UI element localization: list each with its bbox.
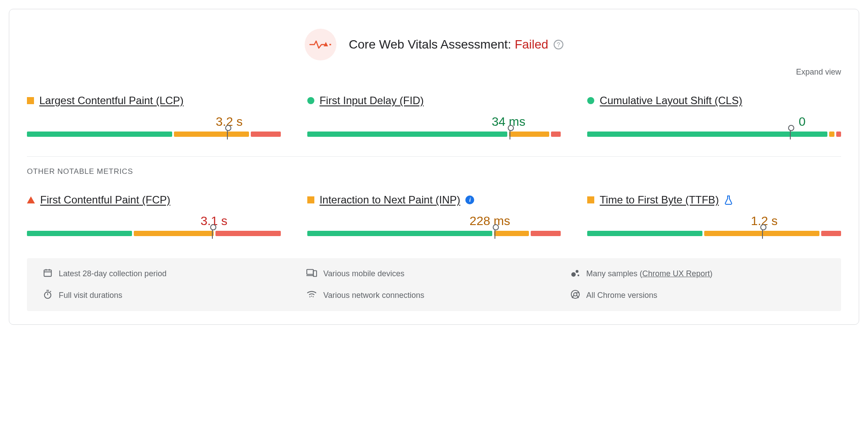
metric-bar-cls bbox=[587, 132, 841, 137]
status-triangle-red bbox=[27, 196, 35, 203]
metric-name-ttfb[interactable]: Time to First Byte (TTFB) bbox=[600, 194, 719, 206]
assessment-status: Failed bbox=[515, 38, 548, 51]
metric-marker-lcp bbox=[227, 129, 228, 139]
metric-value-inp: 228 ms bbox=[307, 214, 561, 228]
svg-rect-6 bbox=[307, 270, 313, 274]
help-icon[interactable]: ? bbox=[554, 40, 563, 49]
collection-details: Latest 28-day collection periodVarious m… bbox=[27, 258, 841, 311]
metric-value-cls: 0 bbox=[587, 115, 841, 129]
other-metrics-row: First Contentful Paint (FCP)3.1 sInterac… bbox=[27, 194, 841, 236]
svg-point-9 bbox=[571, 272, 576, 277]
calendar-icon bbox=[43, 268, 53, 280]
timer-icon bbox=[43, 289, 53, 301]
metric-bar-fcp bbox=[27, 231, 281, 236]
metric-name-inp[interactable]: Interaction to Next Paint (INP) bbox=[320, 194, 460, 206]
metric-marker-ttfb bbox=[762, 228, 763, 239]
cwv-panel: Core Web Vitals Assessment: Failed ? Exp… bbox=[9, 9, 859, 325]
footer-text: Latest 28-day collection period bbox=[59, 269, 166, 278]
metric-inp: Interaction to Next Paint (INP)i228 ms bbox=[307, 194, 561, 236]
footer-item-devices: Various mobile devices bbox=[306, 268, 561, 280]
metric-value-fcp: 3.1 s bbox=[27, 214, 281, 228]
metric-value-ttfb: 1.2 s bbox=[587, 214, 841, 228]
metric-cls: Cumulative Layout Shift (CLS)0 bbox=[587, 94, 841, 137]
svg-rect-2 bbox=[44, 270, 52, 277]
svg-point-10 bbox=[575, 270, 578, 273]
metric-name-lcp[interactable]: Largest Contentful Paint (LCP) bbox=[39, 94, 184, 107]
info-icon[interactable]: i bbox=[465, 195, 474, 204]
svg-rect-8 bbox=[313, 271, 317, 276]
crux-link[interactable]: Chrome UX Report bbox=[642, 269, 710, 278]
svg-rect-1 bbox=[329, 44, 331, 45]
metric-marker-fid bbox=[509, 129, 510, 139]
metric-fid: First Input Delay (FID)34 ms bbox=[307, 94, 561, 137]
svg-point-11 bbox=[577, 274, 579, 276]
chrome-icon bbox=[570, 289, 580, 301]
samples-icon bbox=[570, 268, 580, 280]
status-dot-green bbox=[307, 97, 314, 104]
divider bbox=[27, 156, 841, 157]
metric-name-cls[interactable]: Cumulative Layout Shift (CLS) bbox=[600, 94, 742, 107]
metric-name-fcp[interactable]: First Contentful Paint (FCP) bbox=[40, 194, 170, 206]
assessment-title: Core Web Vitals Assessment: Failed ? bbox=[349, 38, 563, 52]
status-square-amber bbox=[587, 196, 594, 203]
svg-line-15 bbox=[50, 291, 51, 292]
metric-value-lcp: 3.2 s bbox=[27, 115, 281, 129]
assessment-title-prefix: Core Web Vitals Assessment: bbox=[349, 38, 515, 51]
metric-marker-fcp bbox=[212, 228, 213, 239]
footer-text: Many samples (Chrome UX Report) bbox=[586, 269, 713, 278]
footer-item-timer: Full visit durations bbox=[43, 289, 298, 301]
flask-icon[interactable] bbox=[724, 195, 733, 205]
footer-item-calendar: Latest 28-day collection period bbox=[43, 268, 298, 280]
footer-text: Various network connections bbox=[323, 291, 424, 300]
status-square-amber bbox=[27, 97, 34, 104]
other-metrics-label: OTHER NOTABLE METRICS bbox=[27, 167, 841, 176]
metric-bar-lcp bbox=[27, 132, 281, 137]
svg-point-17 bbox=[574, 293, 577, 296]
devices-icon bbox=[306, 268, 317, 280]
footer-item-network: Various network connections bbox=[306, 289, 561, 301]
metric-bar-inp bbox=[307, 231, 561, 236]
metric-lcp: Largest Contentful Paint (LCP)3.2 s bbox=[27, 94, 281, 137]
metric-marker-cls bbox=[790, 129, 791, 139]
status-dot-green bbox=[587, 97, 594, 104]
status-square-amber bbox=[307, 196, 314, 203]
core-metrics-row: Largest Contentful Paint (LCP)3.2 sFirst… bbox=[27, 94, 841, 137]
expand-view-link[interactable]: Expand view bbox=[796, 68, 841, 76]
metric-name-fid[interactable]: First Input Delay (FID) bbox=[320, 94, 424, 107]
footer-text: Various mobile devices bbox=[323, 269, 404, 278]
footer-item-samples: Many samples (Chrome UX Report) bbox=[570, 268, 825, 280]
metric-bar-ttfb bbox=[587, 231, 841, 236]
metric-fcp: First Contentful Paint (FCP)3.1 s bbox=[27, 194, 281, 236]
network-icon bbox=[306, 290, 317, 301]
svg-point-12 bbox=[45, 292, 51, 299]
metric-value-fid: 34 ms bbox=[307, 115, 561, 129]
footer-text: Full visit durations bbox=[59, 291, 122, 300]
footer-item-chrome: All Chrome versions bbox=[570, 289, 825, 301]
footer-text: All Chrome versions bbox=[586, 291, 657, 300]
metric-ttfb: Time to First Byte (TTFB)1.2 s bbox=[587, 194, 841, 236]
metric-bar-fid bbox=[307, 132, 561, 137]
metric-marker-inp bbox=[494, 228, 495, 239]
assessment-header: Core Web Vitals Assessment: Failed ? bbox=[27, 29, 841, 60]
pulse-icon bbox=[305, 29, 336, 60]
